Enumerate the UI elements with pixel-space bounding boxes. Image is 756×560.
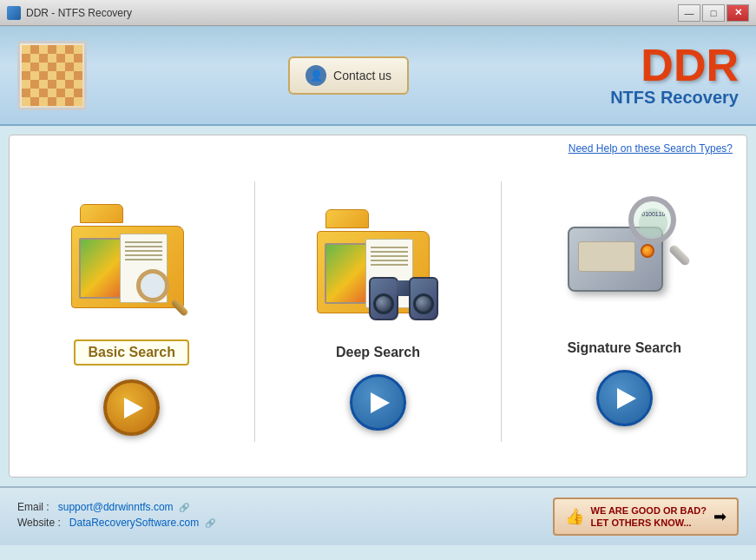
- signature-search-option: 010011001010110010 Signature Search: [537, 196, 711, 426]
- signature-search-play-button[interactable]: [596, 370, 653, 426]
- deep-search-icon-container: [308, 192, 447, 331]
- footer: Email : support@ddrwinntfs.com 🔗 Website…: [0, 486, 756, 545]
- main-content: Need Help on these Search Types? Basic: [9, 135, 747, 478]
- header: 👤 Contact us DDR NTFS Recovery: [0, 26, 756, 126]
- brand-ddr: DDR: [610, 43, 739, 88]
- brand: DDR NTFS Recovery: [610, 43, 739, 108]
- divider-1: [254, 181, 255, 442]
- basic-search-play-button[interactable]: [103, 379, 160, 436]
- brand-ntfs: NTFS Recovery: [610, 88, 739, 108]
- bino-left-lens: [373, 293, 394, 314]
- hdd-mag-handle: [668, 244, 692, 267]
- deep-folder-tab: [325, 209, 369, 228]
- play-icon: [371, 392, 390, 413]
- contact-button[interactable]: 👤 Contact us: [288, 56, 409, 95]
- rating-button[interactable]: 👍 WE ARE GOOD OR BAD? LET OTHERS KNOW...…: [553, 497, 739, 537]
- email-label: Email :: [17, 501, 49, 513]
- deep-search-label: Deep Search: [336, 345, 420, 360]
- website-label: Website :: [17, 517, 61, 529]
- app-icon: [7, 6, 21, 20]
- maximize-button[interactable]: □: [702, 4, 725, 22]
- play-icon: [124, 398, 143, 418]
- title-bar-left: DDR - NTFS Recovery: [7, 6, 132, 20]
- email-row: Email : support@ddrwinntfs.com 🔗: [17, 501, 215, 513]
- app-logo: [17, 41, 87, 110]
- window-controls: — □ ✕: [678, 4, 749, 22]
- folder-tab: [80, 204, 123, 223]
- deep-search-play-button[interactable]: [350, 374, 406, 431]
- thumbs-icon: 👍: [565, 507, 584, 526]
- deep-search-option: Deep Search: [291, 192, 464, 431]
- signature-search-label: Signature Search: [567, 340, 681, 356]
- magnifier-icon: [136, 269, 184, 317]
- website-row: Website : DataRecoverySoftware.com 🔗: [17, 517, 215, 529]
- help-link[interactable]: Need Help on these Search Types?: [10, 135, 746, 155]
- email-ext-icon: 🔗: [179, 503, 189, 512]
- contact-icon: 👤: [306, 65, 326, 86]
- window-title: DDR - NTFS Recovery: [26, 7, 132, 19]
- hdd-mag-inner: 010011001010110010: [639, 208, 667, 237]
- arrow-icon: ➡: [713, 507, 726, 526]
- rating-text: WE ARE GOOD OR BAD? LET OTHERS KNOW...: [591, 504, 707, 530]
- website-ext-icon: 🔗: [205, 518, 215, 528]
- signature-search-icon-container: 010011001010110010: [550, 196, 698, 326]
- bino-left: [369, 277, 398, 320]
- website-link[interactable]: DataRecoverySoftware.com: [69, 517, 199, 529]
- bino-right-lens: [413, 293, 434, 314]
- hdd-icon: 010011001010110010: [559, 201, 689, 322]
- basic-search-label: Basic Search: [74, 339, 189, 366]
- title-bar: DDR - NTFS Recovery — □ ✕: [0, 0, 756, 26]
- hdd-mag-glass: 010011001010110010: [628, 196, 676, 244]
- rating-line1: WE ARE GOOD OR BAD?: [591, 504, 707, 517]
- footer-left: Email : support@ddrwinntfs.com 🔗 Website…: [17, 501, 215, 532]
- basic-search-icon-container: [62, 187, 201, 326]
- rating-line2: LET OTHERS KNOW...: [591, 517, 707, 529]
- binoculars-icon: [369, 270, 438, 326]
- bino-right: [409, 277, 438, 320]
- close-button[interactable]: ✕: [726, 4, 749, 22]
- hdd-label: [578, 241, 635, 272]
- minimize-button[interactable]: —: [678, 4, 700, 22]
- divider-2: [501, 181, 502, 442]
- magnifier-glass: [136, 269, 169, 302]
- contact-label: Contact us: [333, 69, 391, 82]
- hdd-magnifier: 010011001010110010: [628, 196, 694, 261]
- basic-search-option: Basic Search: [45, 187, 219, 436]
- email-link[interactable]: support@ddrwinntfs.com: [58, 501, 174, 513]
- search-options: Basic Search: [10, 155, 746, 477]
- logo-pattern: [22, 45, 82, 106]
- play-icon: [617, 388, 636, 409]
